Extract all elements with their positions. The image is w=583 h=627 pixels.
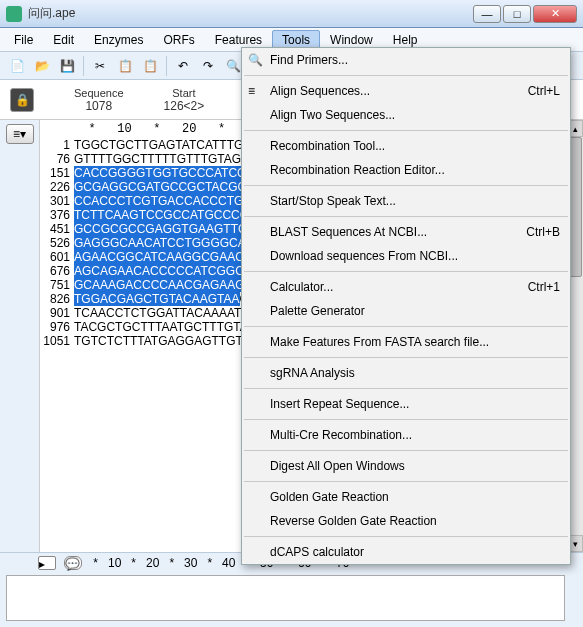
new-icon[interactable]: 📄 <box>6 55 28 77</box>
menu-item-label: Download sequences From NCBI... <box>270 249 458 263</box>
speech-icon[interactable]: 💬 <box>64 556 82 570</box>
menu-item-label: Multi-Cre Recombination... <box>270 428 412 442</box>
line-number: 826 <box>40 292 74 306</box>
menu-item-label: sgRNA Analysis <box>270 366 355 380</box>
menu-item-calculator[interactable]: Calculator...Ctrl+1 <box>242 275 570 299</box>
window-title: 问问.ape <box>28 5 473 22</box>
menu-item-dcaps-calculator[interactable]: dCAPS calculator <box>242 540 570 564</box>
menu-item-download-sequences-from-ncbi[interactable]: Download sequences From NCBI... <box>242 244 570 268</box>
menu-item-label: Digest All Open Windows <box>270 459 405 473</box>
menu-item-label: Start/Stop Speak Text... <box>270 194 396 208</box>
menu-item-recombination-reaction-editor[interactable]: Recombination Reaction Editor... <box>242 158 570 182</box>
line-number: 1 <box>40 138 74 152</box>
line-number: 526 <box>40 236 74 250</box>
cut-icon[interactable]: ✂ <box>89 55 111 77</box>
maximize-button[interactable]: □ <box>503 5 531 23</box>
menu-item-label: Recombination Tool... <box>270 139 385 153</box>
menu-item-make-features-from-fasta-search-file[interactable]: Make Features From FASTA search file... <box>242 330 570 354</box>
line-number: 76 <box>40 152 74 166</box>
menu-item-reverse-golden-gate-reaction[interactable]: Reverse Golden Gate Reaction <box>242 509 570 533</box>
menu-shortcut: Ctrl+L <box>528 84 560 98</box>
line-number: 601 <box>40 250 74 264</box>
line-number: 451 <box>40 222 74 236</box>
menu-item-label: Insert Repeat Sequence... <box>270 397 409 411</box>
menu-item-blast-sequences-at-ncbi[interactable]: BLAST Sequences At NCBI...Ctrl+B <box>242 220 570 244</box>
tools-menu-dropdown: 🔍Find Primers...≡Align Sequences...Ctrl+… <box>241 47 571 565</box>
layers-icon[interactable]: ≡▾ <box>6 124 34 144</box>
menu-item-multi-cre-recombination[interactable]: Multi-Cre Recombination... <box>242 423 570 447</box>
paste-icon[interactable]: 📋 <box>139 55 161 77</box>
menu-separator <box>244 536 568 537</box>
line-number: 751 <box>40 278 74 292</box>
menu-item-label: Align Two Sequences... <box>270 108 395 122</box>
menu-separator <box>244 481 568 482</box>
menu-orfs[interactable]: ORFs <box>153 30 204 50</box>
undo-icon[interactable]: ↶ <box>172 55 194 77</box>
menu-item-digest-all-open-windows[interactable]: Digest All Open Windows <box>242 454 570 478</box>
menu-item-label: BLAST Sequences At NCBI... <box>270 225 427 239</box>
left-gutter: ≡▾ <box>0 120 40 552</box>
app-icon <box>6 6 22 22</box>
menu-item-label: dCAPS calculator <box>270 545 364 559</box>
titlebar: 问问.ape — □ ✕ <box>0 0 583 28</box>
comment-icon[interactable]: ▸ <box>38 556 56 570</box>
menu-item-align-sequences[interactable]: ≡Align Sequences...Ctrl+L <box>242 79 570 103</box>
menu-item-find-primers[interactable]: 🔍Find Primers... <box>242 48 570 72</box>
menu-separator <box>244 450 568 451</box>
menu-item-label: Calculator... <box>270 280 333 294</box>
line-number: 151 <box>40 166 74 180</box>
menu-shortcut: Ctrl+1 <box>528 280 560 294</box>
menu-separator <box>244 271 568 272</box>
menu-item-label: Reverse Golden Gate Reaction <box>270 514 437 528</box>
sequence-info: Sequence 1078 <box>74 87 124 113</box>
lock-icon[interactable]: 🔒 <box>10 88 34 112</box>
menu-separator <box>244 185 568 186</box>
lines-icon: ≡ <box>248 84 262 98</box>
line-number: 226 <box>40 180 74 194</box>
menu-item-label: Palette Generator <box>270 304 365 318</box>
menu-item-label: Find Primers... <box>270 53 348 67</box>
menu-separator <box>244 326 568 327</box>
menu-separator <box>244 388 568 389</box>
copy-icon[interactable]: 📋 <box>114 55 136 77</box>
menu-separator <box>244 216 568 217</box>
menu-item-insert-repeat-sequence[interactable]: Insert Repeat Sequence... <box>242 392 570 416</box>
menu-separator <box>244 357 568 358</box>
line-number: 1051 <box>40 334 74 348</box>
menu-item-label: Golden Gate Reaction <box>270 490 389 504</box>
menu-shortcut: Ctrl+B <box>526 225 560 239</box>
start-info: Start 126<2> <box>164 87 205 113</box>
menu-enzymes[interactable]: Enzymes <box>84 30 153 50</box>
line-number: 901 <box>40 306 74 320</box>
menu-item-label: Recombination Reaction Editor... <box>270 163 445 177</box>
menu-item-sgrna-analysis[interactable]: sgRNA Analysis <box>242 361 570 385</box>
menu-item-palette-generator[interactable]: Palette Generator <box>242 299 570 323</box>
menu-separator <box>244 75 568 76</box>
line-number: 676 <box>40 264 74 278</box>
menu-file[interactable]: File <box>4 30 43 50</box>
menu-edit[interactable]: Edit <box>43 30 84 50</box>
redo-icon[interactable]: ↷ <box>197 55 219 77</box>
bottom-textarea[interactable] <box>6 575 565 621</box>
menu-separator <box>244 130 568 131</box>
menu-item-align-two-sequences[interactable]: Align Two Sequences... <box>242 103 570 127</box>
menu-item-golden-gate-reaction[interactable]: Golden Gate Reaction <box>242 485 570 509</box>
menu-item-start-stop-speak-text[interactable]: Start/Stop Speak Text... <box>242 189 570 213</box>
line-number: 301 <box>40 194 74 208</box>
save-icon[interactable]: 💾 <box>56 55 78 77</box>
line-number: 976 <box>40 320 74 334</box>
menu-separator <box>244 419 568 420</box>
menu-item-label: Make Features From FASTA search file... <box>270 335 489 349</box>
menu-item-label: Align Sequences... <box>270 84 370 98</box>
open-icon[interactable]: 📂 <box>31 55 53 77</box>
line-number: 376 <box>40 208 74 222</box>
minimize-button[interactable]: — <box>473 5 501 23</box>
menu-item-recombination-tool[interactable]: Recombination Tool... <box>242 134 570 158</box>
close-button[interactable]: ✕ <box>533 5 577 23</box>
search-icon: 🔍 <box>248 53 262 67</box>
